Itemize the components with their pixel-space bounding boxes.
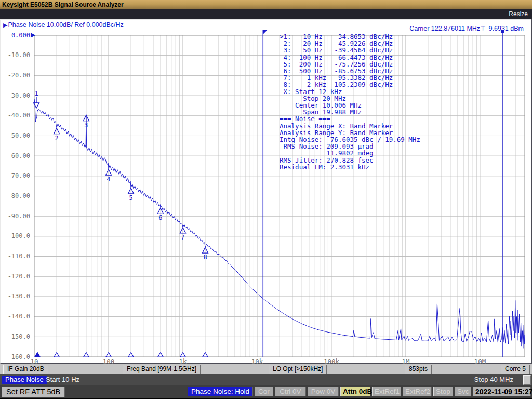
sweep-stop-label: Stop 40 MHz <box>474 376 513 384</box>
carrier-readout: Carrier 122.876011 MHz⊤9.6931 dBm <box>409 25 524 32</box>
y-axis-tick-label: -150.0 <box>1 333 30 340</box>
y-axis-tick-label: 0.000 <box>1 32 30 39</box>
y-axis-tick-label: -100.0 <box>1 232 30 240</box>
stop-indicator: Stop <box>433 387 453 396</box>
if-gain-button[interactable]: IF Gain 20dB <box>3 365 48 374</box>
carrier-freq: Carrier 122.876011 MHz <box>409 25 480 32</box>
band-marker-flag-icon <box>263 30 268 34</box>
x-axis-tick-label: 10k <box>242 357 273 365</box>
trace-marker-number: 5 <box>129 194 132 202</box>
reference-level-arrow-icon[interactable]: ▶ <box>31 31 35 38</box>
svc-indicator: Svc <box>455 387 471 396</box>
window-title: Keysight E5052B Signal Source Analyzer <box>2 1 124 8</box>
measurement-mode-chip[interactable]: Phase Noise <box>2 376 47 384</box>
y-axis-tick-label: -40.00 <box>1 112 30 119</box>
y-axis-tick-label: -60.00 <box>1 152 30 159</box>
bottom-marker-icon[interactable] <box>180 353 185 357</box>
ctrl-voltage-indicator: Ctrl 0V <box>275 387 306 396</box>
marker-readout-line: 3: 50 Hz -39.4564 dBc/Hz <box>280 47 420 54</box>
window-titlebar: Keysight E5052B Signal Source Analyzer <box>0 0 532 9</box>
y-axis-tick-label: -20.00 <box>1 72 30 79</box>
y-axis-tick-label: -140.0 <box>1 313 30 320</box>
noise-result-line: === Noise === <box>280 115 420 122</box>
trace-marker-number: 3 <box>84 122 88 129</box>
sweep-start-label: Start 10 Hz <box>46 376 79 384</box>
marker-readout-line: 4: 100 Hz -66.4473 dBc/Hz <box>280 54 420 61</box>
lo-opt-button[interactable]: LO Opt [>150kHz] <box>269 365 327 374</box>
x-axis-tick-label: 1k <box>167 357 198 365</box>
extref1-indicator: ExtRef1 <box>372 387 401 396</box>
menu-bar: Resize <box>0 9 532 19</box>
bottom-marker-icon[interactable] <box>158 353 163 357</box>
softkey-status-bar: IF Gain 20dBFreq Band [99M-1.5GHz]LO Opt… <box>0 364 532 374</box>
noise-result-line: 11.9802 mdeg <box>280 150 420 156</box>
noise-result-line: Analysis Range X: Band Marker <box>280 123 420 129</box>
statusbar-end-box <box>523 375 531 385</box>
x-axis-tick-label: 100k <box>316 357 347 365</box>
band-range-line: X: Start 12 kHz <box>280 88 420 95</box>
trace-marker-number: 7 <box>181 234 184 241</box>
resize-button[interactable]: Resize <box>509 10 528 18</box>
y-axis-tick-label: -90.00 <box>1 212 30 220</box>
instrument-status-bar: Set RF ATT 5dB Phase Noise: HoldCorCtrl … <box>0 385 532 398</box>
carrier-marker-icon: ⊤ <box>480 25 488 32</box>
trace-marker-number: 6 <box>158 214 162 221</box>
bottom-marker-icon[interactable] <box>128 353 134 357</box>
set-rf-att-button[interactable]: Set RF ATT 5dB <box>2 387 65 397</box>
trace-marker-number: 2 <box>55 135 58 142</box>
y-axis-tick-label: -80.00 <box>1 192 30 200</box>
y-axis-tick-label: -110.0 <box>1 252 30 260</box>
marker-readout-line: 8: 2 kHz -105.2309 dBc/Hz <box>280 81 420 88</box>
bottom-marker-icon[interactable] <box>203 353 208 357</box>
instrument-status-cells: Phase Noise: HoldCorCtrl 0VPow 0VAttn 0d… <box>188 387 531 396</box>
power-voltage-indicator: Pow 0V <box>308 387 339 396</box>
sweep-status-bar: Phase Noise Start 10 Hz Stop 40 MHz <box>0 374 532 385</box>
measurement-info-panel: >1: 10 Hz -34.8653 dBc/Hz 2: 20 Hz -45.9… <box>280 33 420 170</box>
carrier-power: 9.6931 dBm <box>489 25 524 32</box>
trace-marker-number: 4 <box>107 176 110 183</box>
trace-scale-label[interactable]: ▶Phase Noise 10.00dB/ Ref 0.000dBc/Hz <box>3 21 124 29</box>
y-axis-tick-label: -10.00 <box>1 51 30 59</box>
bottom-marker-icon[interactable] <box>106 353 111 357</box>
x-axis-tick-label: 10 <box>19 357 50 365</box>
extref2-indicator: ExtRef2 <box>403 387 432 396</box>
attenuator-indicator: Attn 0dB <box>340 387 370 396</box>
correction-indicator: Cor <box>255 387 273 396</box>
bottom-marker-icon[interactable] <box>84 353 89 357</box>
trace-marker-number: 1 <box>34 90 38 97</box>
measurement-status[interactable]: Phase Noise: Hold <box>188 387 253 396</box>
trace-marker-number: 8 <box>203 254 207 261</box>
x-axis-tick-label: 100 <box>93 357 124 365</box>
y-axis-tick-label: -30.00 <box>1 92 30 99</box>
y-axis-tick-label: -120.0 <box>1 273 30 280</box>
y-axis-tick-label: -130.0 <box>1 292 30 300</box>
noise-result-line: Residual FM: 2.3031 kHz <box>280 164 420 170</box>
y-axis-tick-label: -70.00 <box>1 172 30 179</box>
trace-select-icon: ▶ <box>3 22 7 28</box>
bottom-marker-icon[interactable] <box>35 353 40 357</box>
points-status: 853pts <box>405 365 432 374</box>
bottom-marker-icon[interactable] <box>54 353 59 357</box>
application-window: Keysight E5052B Signal Source Analyzer R… <box>0 0 532 399</box>
x-axis-tick-label: 1M <box>390 357 421 365</box>
phase-noise-plot: 12345678 <box>0 19 532 364</box>
noise-result-line: RMS Jitter: 270.828 fsec <box>280 157 420 164</box>
datetime-display: 2022-11-09 15:27 <box>473 387 531 396</box>
freq-band-button[interactable]: Freq Band [99M-1.5GHz] <box>123 365 201 374</box>
x-axis-tick-label: 10M <box>464 357 496 365</box>
y-axis-tick-label: -50.00 <box>1 132 30 139</box>
correction-status: Corre 5 <box>501 365 530 374</box>
